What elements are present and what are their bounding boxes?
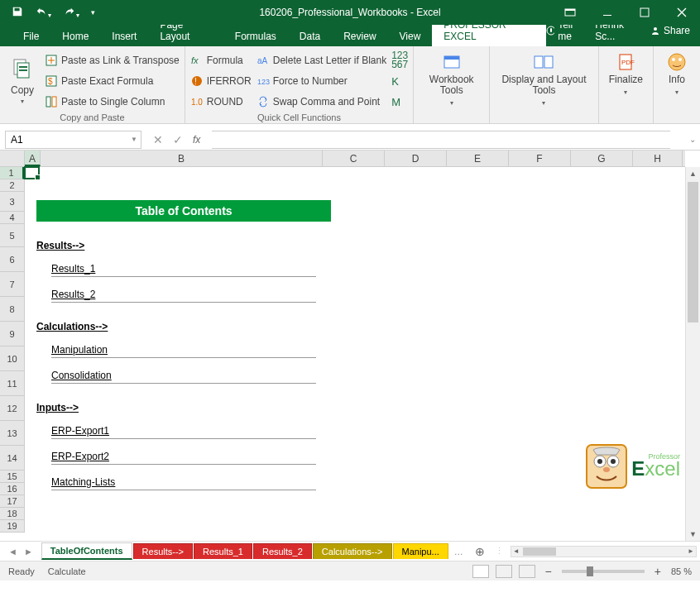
save-icon[interactable] (12, 6, 23, 20)
row-head-9[interactable]: 9 (0, 322, 24, 346)
tab-formulas[interactable]: Formulas (223, 27, 288, 46)
row-head-18[interactable]: 18 (0, 508, 24, 520)
toc-link-manipulation[interactable]: Manipulation (51, 344, 316, 358)
svg-text:aA: aA (257, 56, 268, 65)
finalize-btn[interactable]: PDF Finalize▾ (604, 50, 648, 120)
delete-last-letter[interactable]: aADelete Last Letter if Blank (257, 51, 386, 69)
row-head-4[interactable]: 4 (0, 212, 24, 224)
qat-customize-icon[interactable]: ▾ (91, 8, 95, 17)
maximize-icon[interactable] (626, 0, 663, 25)
force-number[interactable]: 123Force to Number (257, 72, 386, 90)
tab-view[interactable]: View (388, 27, 433, 46)
add-sheet-button[interactable]: ⊕ (468, 545, 491, 558)
enter-formula-icon[interactable]: ✓ (173, 133, 183, 146)
round-btn[interactable]: 1.0ROUND (190, 93, 252, 111)
row-head-8[interactable]: 8 (0, 297, 24, 322)
select-all-corner[interactable] (0, 150, 25, 167)
sheet-tab-results-2[interactable]: Results_2 (253, 543, 312, 559)
vertical-scrollbar[interactable]: ▲ ▼ (685, 167, 700, 541)
undo-icon[interactable]: ▾ (35, 6, 51, 20)
horizontal-scrollbar[interactable]: ◄ ► (511, 546, 697, 557)
minimize-icon[interactable] (588, 0, 626, 25)
svg-rect-2 (603, 15, 611, 16)
close-icon[interactable] (663, 0, 700, 25)
row-head-16[interactable]: 16 (0, 483, 24, 495)
row-head-17[interactable]: 17 (0, 495, 24, 508)
m-btn[interactable]: M (391, 93, 408, 111)
toc-link-results-2[interactable]: Results_2 (51, 289, 316, 303)
row-head-13[interactable]: 13 (0, 421, 24, 446)
ribbon: Copy ▾ Paste as Link & Transpose $Paste … (0, 46, 700, 124)
row-head-12[interactable]: 12 (0, 396, 24, 421)
formula-input[interactable] (212, 131, 670, 149)
svg-text:123: 123 (257, 78, 270, 86)
col-head-C[interactable]: C (323, 150, 385, 166)
thousands-btn[interactable]: 123 567 (391, 51, 408, 69)
toc-link-results-1[interactable]: Results_1 (51, 263, 316, 277)
sheet-tab-calculations[interactable]: Calculations--> (313, 543, 392, 559)
workbook-tools[interactable]: Workbook Tools▾ (419, 50, 484, 120)
swap-comma[interactable]: Swap Comma and Point (257, 93, 386, 111)
sheet-tab-manipulation[interactable]: Manipu... (393, 543, 448, 559)
toc-link-erp2[interactable]: ERP-Export2 (51, 451, 316, 465)
zoom-level[interactable]: 85 % (671, 566, 692, 576)
expand-formula-bar[interactable]: ⌄ (685, 135, 700, 144)
redo-icon[interactable]: ▾ (63, 6, 79, 20)
sheet-tab-results-1[interactable]: Results_1 (194, 543, 252, 559)
toc-link-consolidation[interactable]: Consolidation (51, 370, 316, 384)
col-head-G[interactable]: G (571, 150, 633, 166)
col-head-F[interactable]: F (509, 150, 571, 166)
sheet-tab-results[interactable]: Results--> (133, 543, 193, 559)
tab-data[interactable]: Data (288, 27, 332, 46)
row-head-5[interactable]: 5 (0, 224, 24, 247)
col-head-D[interactable]: D (385, 150, 447, 166)
sheet-tab-toc[interactable]: TableOfContents (41, 542, 132, 560)
view-pagelayout-icon[interactable] (496, 565, 512, 578)
row-head-7[interactable]: 7 (0, 272, 24, 297)
share-button[interactable]: Share (650, 25, 690, 36)
paste-exact-formula[interactable]: $Paste Exact Formula (45, 72, 180, 90)
row-head-14[interactable]: 14 (0, 446, 24, 471)
col-head-H[interactable]: H (633, 150, 683, 166)
tab-insert[interactable]: Insert (100, 27, 148, 46)
paste-link-transpose[interactable]: Paste as Link & Transpose (45, 51, 180, 69)
iferror-btn[interactable]: !IFERROR (190, 72, 252, 90)
tab-home[interactable]: Home (50, 27, 100, 46)
tab-file[interactable]: File (12, 27, 50, 46)
copy-button[interactable]: Copy ▾ (5, 50, 40, 111)
svg-rect-10 (19, 69, 27, 71)
sheet-nav-next[interactable]: ► (24, 547, 33, 557)
row-head-2[interactable]: 2 (0, 179, 24, 192)
row-head-10[interactable]: 10 (0, 346, 24, 371)
col-head-E[interactable]: E (447, 150, 509, 166)
row-head-15[interactable]: 15 (0, 471, 24, 483)
tab-review[interactable]: Review (332, 27, 387, 46)
fx-icon[interactable]: fx (193, 134, 200, 146)
row-head-19[interactable]: 19 (0, 520, 24, 533)
name-box[interactable]: A1▼ (5, 131, 141, 149)
formula-btn[interactable]: fxFormula (190, 51, 252, 69)
row-head-3[interactable]: 3 (0, 192, 24, 212)
display-layout-tools[interactable]: Display and Layout Tools▾ (495, 50, 592, 120)
k-btn[interactable]: K (391, 72, 408, 90)
cancel-formula-icon[interactable]: ✕ (153, 133, 163, 146)
toc-link-matching[interactable]: Matching-Lists (51, 476, 316, 490)
sheet-tabs-more[interactable]: … (449, 547, 468, 557)
row-head-1[interactable]: 1 (0, 167, 24, 179)
zoom-out[interactable]: − (542, 565, 555, 578)
ribbon-options-icon[interactable] (551, 0, 588, 25)
row-head-6[interactable]: 6 (0, 247, 24, 272)
zoom-in[interactable]: + (651, 565, 664, 578)
row-head-11[interactable]: 11 (0, 371, 24, 396)
info-btn[interactable]: Info▾ (659, 50, 695, 120)
zoom-slider[interactable] (562, 570, 645, 573)
toc-link-erp1[interactable]: ERP-Export1 (51, 425, 316, 439)
col-head-B[interactable]: B (41, 150, 323, 166)
view-normal-icon[interactable] (472, 565, 489, 578)
col-head-A[interactable]: A (25, 150, 41, 166)
view-pagebreak-icon[interactable] (519, 565, 535, 578)
sheet-nav-prev[interactable]: ◄ (8, 547, 17, 557)
toc-section-calculations: Calculations--> (36, 321, 331, 332)
svg-rect-1 (565, 9, 575, 11)
paste-single-column[interactable]: Paste to Single Column (45, 93, 180, 111)
